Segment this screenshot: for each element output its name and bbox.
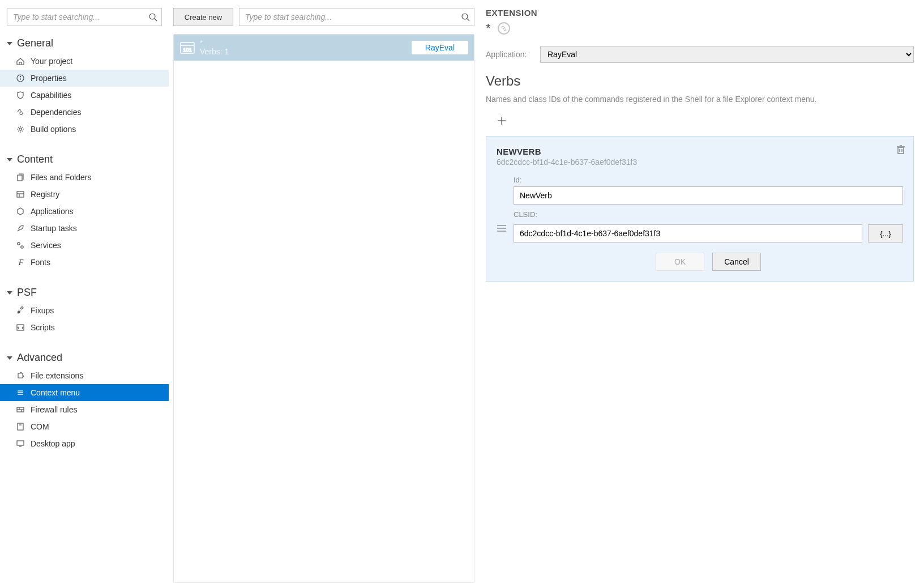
add-verb-button[interactable]: [491, 113, 512, 129]
sidebar-item-fonts[interactable]: F Fonts: [0, 254, 169, 271]
desktop-icon: [16, 439, 26, 448]
sidebar-item-context-menu[interactable]: Context menu: [0, 384, 169, 401]
info-icon: [16, 74, 26, 83]
sidebar-item-registry[interactable]: Registry: [0, 186, 169, 203]
middle-panel: Create new 101 * Verbs: 1 RayEval: [169, 0, 479, 583]
svg-rect-31: [898, 147, 904, 154]
com-icon: [16, 422, 26, 431]
files-icon: [16, 173, 26, 182]
section-general[interactable]: General: [0, 34, 169, 53]
apps-icon: [16, 207, 26, 216]
verb-name: NEWVERB: [497, 147, 903, 156]
shield-icon: [16, 91, 26, 100]
svg-rect-20: [18, 423, 23, 430]
clsid-browse-button[interactable]: {...}: [868, 224, 903, 242]
sidebar-item-label: Desktop app: [31, 439, 75, 448]
sidebar-item-label: Dependencies: [31, 108, 82, 117]
sidebar-item-label: Your project: [31, 57, 72, 66]
sidebar-item-label: Properties: [31, 74, 67, 83]
home-icon: [16, 57, 26, 66]
registry-icon: [16, 190, 26, 199]
puzzle-icon: [16, 371, 26, 380]
svg-rect-22: [17, 441, 24, 445]
sidebar-item-fixups[interactable]: Fixups: [0, 302, 169, 319]
sidebar-item-desktop-app[interactable]: Desktop app: [0, 435, 169, 452]
svg-point-5: [19, 128, 22, 130]
section-title: Advanced: [17, 352, 62, 364]
svg-point-24: [462, 14, 468, 19]
list-item-text: * Verbs: 1: [200, 39, 229, 57]
sidebar-item-firewall-rules[interactable]: Firewall rules: [0, 401, 169, 418]
application-select[interactable]: RayEval: [540, 46, 914, 63]
sidebar-item-startup-tasks[interactable]: Startup tasks: [0, 220, 169, 237]
list-area: 101 * Verbs: 1 RayEval: [173, 34, 474, 583]
sidebar-item-dependencies[interactable]: Dependencies: [0, 104, 169, 121]
clsid-input[interactable]: [514, 224, 862, 242]
section-title: PSF: [17, 287, 37, 299]
verbs-description: Names and class IDs of the commands regi…: [486, 93, 914, 105]
font-icon: F: [16, 258, 26, 267]
sidebar-item-services[interactable]: Services: [0, 237, 169, 254]
sidebar-item-label: Fonts: [31, 258, 50, 267]
middle-search-input[interactable]: [239, 8, 474, 26]
sidebar-item-applications[interactable]: Applications: [0, 203, 169, 220]
link-icon: [16, 108, 26, 117]
drag-handle-icon[interactable]: [497, 224, 507, 232]
list-item-subtitle: Verbs: 1: [200, 47, 229, 57]
sidebar-item-label: Services: [31, 241, 61, 250]
sidebar-item-label: Startup tasks: [31, 224, 77, 233]
sidebar-item-your-project[interactable]: Your project: [0, 53, 169, 70]
caret-down-icon: [7, 356, 12, 360]
sidebar-search-input[interactable]: [7, 8, 162, 26]
sidebar-item-label: COM: [31, 422, 49, 431]
dirty-marker: *: [486, 21, 491, 36]
sidebar-item-com[interactable]: COM: [0, 418, 169, 435]
delete-icon[interactable]: [896, 144, 905, 155]
verb-card: NEWVERB 6dc2cdcc-bf1d-4c1e-b637-6aef0def…: [486, 136, 914, 282]
search-icon: [461, 12, 470, 22]
id-label: Id:: [514, 176, 903, 184]
sidebar-item-file-extensions[interactable]: File extensions: [0, 367, 169, 384]
sidebar-item-label: Fixups: [31, 306, 54, 315]
verb-guid: 6dc2cdcc-bf1d-4c1e-b637-6aef0def31f3: [497, 158, 903, 167]
sidebar-item-label: Build options: [31, 125, 76, 134]
calendar-icon: 101: [178, 40, 196, 56]
sidebar-item-label: Firewall rules: [31, 405, 77, 414]
section-title: General: [17, 37, 53, 49]
sidebar-item-label: Applications: [31, 207, 74, 216]
list-item[interactable]: 101 * Verbs: 1 RayEval: [174, 35, 474, 61]
section-advanced[interactable]: Advanced: [0, 348, 169, 367]
svg-point-10: [18, 242, 20, 245]
id-input[interactable]: [514, 186, 903, 205]
sidebar-item-capabilities[interactable]: Capabilities: [0, 87, 169, 104]
search-icon: [148, 12, 157, 22]
caret-down-icon: [7, 291, 12, 295]
section-psf[interactable]: PSF: [0, 283, 169, 302]
sidebar-item-scripts[interactable]: Scripts: [0, 319, 169, 336]
dirty-marker: *: [200, 39, 229, 48]
cancel-button[interactable]: Cancel: [712, 253, 761, 271]
caret-down-icon: [7, 158, 12, 161]
svg-text:101: 101: [183, 47, 191, 53]
sidebar-item-files-folders[interactable]: Files and Folders: [0, 169, 169, 186]
link-edit-icon[interactable]: [498, 22, 510, 35]
sidebar-item-label: Registry: [31, 190, 59, 199]
sidebar-item-properties[interactable]: Properties: [0, 70, 169, 87]
clsid-label: CLSID:: [514, 210, 903, 219]
menu-icon: [16, 388, 26, 397]
services-icon: [16, 241, 26, 250]
sidebar-item-label: Capabilities: [31, 91, 71, 100]
ok-button: OK: [656, 253, 704, 271]
gear-icon: [16, 125, 26, 134]
panel-title: EXTENSION: [486, 8, 914, 18]
section-content[interactable]: Content: [0, 150, 169, 169]
sidebar-item-build-options[interactable]: Build options: [0, 121, 169, 138]
svg-line-25: [467, 19, 469, 21]
create-new-button[interactable]: Create new: [173, 8, 233, 26]
sidebar-item-label: Scripts: [31, 323, 55, 332]
sidebar-item-label: File extensions: [31, 371, 83, 380]
sidebar-item-label: Context menu: [31, 388, 80, 397]
tools-icon: [16, 306, 26, 315]
sidebar-item-label: Files and Folders: [31, 173, 91, 182]
sidebar: General Your project Properties Capabili…: [0, 0, 169, 583]
